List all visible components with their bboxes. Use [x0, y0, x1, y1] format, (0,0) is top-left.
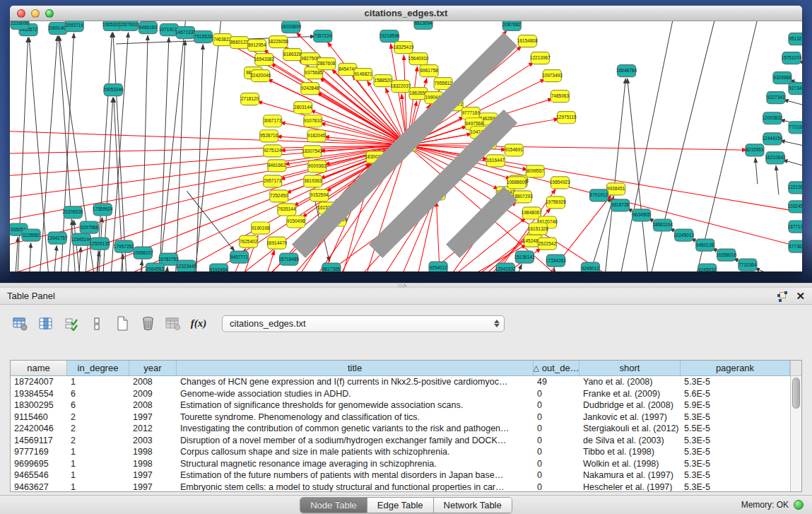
- table-cell[interactable]: Estimation of significance thresholds fo…: [177, 399, 534, 411]
- table-cell[interactable]: 1: [67, 376, 129, 388]
- table-cell[interactable]: 1997: [129, 481, 177, 492]
- table-cell[interactable]: Nakamura et al. (1997): [579, 469, 681, 481]
- table-row[interactable]: 1938455462009Genome-wide association stu…: [11, 388, 790, 400]
- table-cell[interactable]: 2: [67, 435, 129, 447]
- table-cell[interactable]: 0: [534, 423, 579, 435]
- show-columns-button[interactable]: [35, 313, 57, 334]
- table-cell[interactable]: 2: [67, 423, 129, 435]
- tab-node-table[interactable]: Node Table: [300, 498, 367, 513]
- table-cell[interactable]: 2008: [129, 399, 177, 411]
- zoom-window-button[interactable]: [45, 9, 54, 18]
- table-cell[interactable]: 1997: [129, 469, 177, 481]
- table-cell[interactable]: 6: [67, 399, 129, 411]
- table-cell[interactable]: 1: [67, 481, 129, 492]
- table-scrollbar[interactable]: [790, 361, 801, 491]
- table-cell[interactable]: Embryonic stem cells: a model to study s…: [177, 481, 534, 492]
- column-header-title[interactable]: title: [177, 361, 534, 375]
- network-canvas[interactable]: 9435572206914062093719106532671527602646…: [10, 21, 802, 271]
- table-row[interactable]: 946362711997Embryonic stem cells: a mode…: [11, 481, 790, 492]
- table-cell[interactable]: 2: [67, 411, 129, 424]
- table-cell[interactable]: 1998: [129, 458, 177, 470]
- function-builder-button[interactable]: f(x): [188, 313, 209, 334]
- window-resize-grip[interactable]: [10, 20, 801, 271]
- table-cell[interactable]: 9777169: [11, 446, 67, 458]
- table-row[interactable]: 1830029562008Estimation of significance …: [11, 399, 790, 411]
- table-cell[interactable]: 0: [534, 481, 579, 492]
- table-cell[interactable]: 5.3E-5: [681, 446, 790, 458]
- table-cell[interactable]: 19384554: [11, 388, 67, 400]
- row-height-button[interactable]: [86, 313, 107, 334]
- table-cell[interactable]: 14569117: [11, 435, 67, 447]
- panel-splitter[interactable]: [0, 283, 812, 288]
- splitter-handle-icon[interactable]: [398, 284, 406, 288]
- table-cell[interactable]: 5.5E-5: [681, 423, 790, 435]
- table-select-dropdown[interactable]: citations_edges.txt: [222, 315, 505, 332]
- table-cell[interactable]: 1: [67, 458, 129, 470]
- table-row[interactable]: 911546021997Tourette syndrome. Phenomeno…: [11, 411, 790, 424]
- table-cell[interactable]: 22420046: [11, 423, 67, 435]
- table-cell[interactable]: 0: [534, 411, 579, 424]
- scrollbar-thumb[interactable]: [792, 378, 800, 409]
- table-cell[interactable]: Stergiakouli et al. (2012): [579, 423, 681, 435]
- float-panel-icon[interactable]: [777, 291, 787, 301]
- table-cell[interactable]: 2012: [129, 423, 177, 435]
- table-cell[interactable]: 0: [534, 469, 579, 481]
- table-cell[interactable]: 18724007: [11, 376, 67, 388]
- table-cell[interactable]: Disruption of a novel member of a sodium…: [177, 435, 534, 447]
- table-cell[interactable]: 2009: [129, 388, 177, 400]
- table-row[interactable]: 977716911998Corpus callosum shape and si…: [11, 446, 790, 458]
- table-cell[interactable]: Estimation of the future numbers of pati…: [177, 469, 534, 481]
- table-cell[interactable]: 9465546: [11, 469, 67, 481]
- table-row[interactable]: 969969511998Structural magnetic resonanc…: [11, 458, 790, 470]
- table-cell[interactable]: 2003: [129, 435, 177, 447]
- table-cell[interactable]: de Silva et al. (2003): [579, 435, 681, 447]
- table-cell[interactable]: 5.3E-5: [681, 469, 790, 481]
- table-row[interactable]: 1456911722003Disruption of a novel membe…: [11, 435, 790, 447]
- table-cell[interactable]: 9463627: [11, 481, 67, 492]
- table-cell[interactable]: Investigating the contribution of common…: [177, 423, 534, 435]
- table-cell[interactable]: Jankovic et al. (1997): [579, 411, 681, 424]
- table-row[interactable]: 2242004622012Investigating the contribut…: [11, 423, 790, 435]
- table-cell[interactable]: Genome-wide association studies in ADHD.: [177, 388, 534, 400]
- table-cell[interactable]: 0: [534, 458, 579, 470]
- table-row[interactable]: 946554611997Estimation of the future num…: [11, 469, 790, 481]
- import-table-button[interactable]: [163, 313, 184, 334]
- minimize-window-button[interactable]: [31, 9, 40, 18]
- table-cell[interactable]: Changes of HCN gene expression and I(f) …: [177, 376, 534, 388]
- table-cell[interactable]: 1: [67, 469, 129, 481]
- table-cell[interactable]: Hescheler et al. (1997): [579, 481, 681, 492]
- table-cell[interactable]: 1998: [129, 446, 177, 458]
- table-cell[interactable]: 1: [67, 446, 129, 458]
- table-cell[interactable]: 5.3E-5: [681, 481, 790, 492]
- table-cell[interactable]: 0: [534, 435, 579, 447]
- column-header-short[interactable]: short: [579, 361, 681, 375]
- table-cell[interactable]: Yano et al. (2008): [579, 376, 681, 388]
- table-cell[interactable]: 18300295: [11, 399, 67, 411]
- new-file-button[interactable]: [112, 313, 133, 334]
- table-cell[interactable]: 6: [67, 388, 129, 400]
- table-cell[interactable]: 0: [534, 446, 579, 458]
- table-cell[interactable]: 0: [534, 399, 579, 411]
- tab-network-table[interactable]: Network Table: [434, 498, 512, 513]
- table-cell[interactable]: Corpus callosum shape and size in male p…: [177, 446, 534, 458]
- table-cell[interactable]: 2008: [129, 376, 177, 388]
- network-view-window[interactable]: citations_edges.txt 94355722069140620937…: [10, 6, 802, 271]
- table-cell[interactable]: 5.3E-5: [681, 411, 790, 424]
- table-cell[interactable]: 9115460: [11, 411, 67, 424]
- close-window-button[interactable]: [17, 9, 25, 18]
- table-row[interactable]: 1872400712008Changes of HCN gene express…: [11, 376, 790, 388]
- table-cell[interactable]: 5.3E-5: [681, 435, 790, 447]
- table-cell[interactable]: 0: [534, 388, 579, 400]
- tab-edge-table[interactable]: Edge Table: [367, 498, 434, 513]
- table-cell[interactable]: 5.6E-5: [681, 388, 790, 400]
- column-header-out_de[interactable]: △out_de…: [534, 361, 579, 375]
- table-cell[interactable]: 9699695: [11, 458, 67, 470]
- table-cell[interactable]: 5.9E-5: [681, 399, 790, 411]
- table-cell[interactable]: Wolkin et al. (1998): [579, 458, 681, 470]
- table-settings-button[interactable]: [10, 313, 31, 334]
- table-cell[interactable]: Franke et al. (2009): [579, 388, 681, 400]
- table-cell[interactable]: 49: [534, 376, 579, 388]
- column-header-in_degree[interactable]: in_degree: [67, 361, 129, 375]
- table-cell[interactable]: Tibbo et al. (1998): [579, 446, 681, 458]
- table-cell[interactable]: 5.3E-5: [681, 458, 790, 470]
